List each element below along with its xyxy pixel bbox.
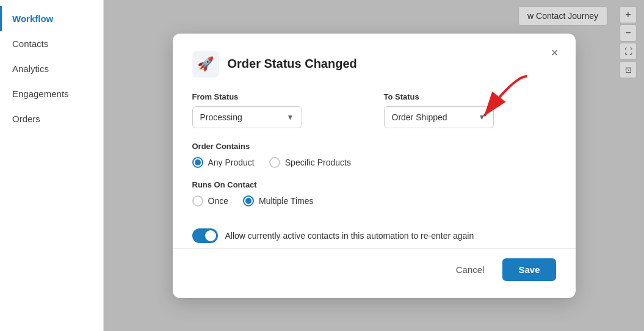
once-label: Once: [208, 196, 228, 206]
sidebar-item-engagements[interactable]: Engagements: [0, 81, 103, 106]
to-status-value: Order Shipped: [392, 112, 447, 122]
sidebar-item-workflow[interactable]: Workflow: [0, 6, 103, 31]
cancel-button[interactable]: Cancel: [445, 258, 496, 281]
sidebar-item-label: Contacts: [12, 38, 48, 49]
sidebar-item-label: Analytics: [12, 64, 49, 74]
sidebar-item-label: Orders: [12, 114, 40, 124]
modal-icon: 🚀: [192, 51, 219, 78]
specific-products-label: Specific Products: [285, 158, 351, 167]
close-button[interactable]: ×: [546, 45, 563, 62]
toggle-label: Allow currently active contacts in this …: [225, 231, 474, 241]
to-status-label: To Status: [384, 92, 556, 101]
sidebar-item-analytics[interactable]: Analytics: [0, 56, 103, 81]
main-area: w Contact Journey + − ⛶ ⊡: [104, 0, 644, 331]
multiple-times-label: Multiple Times: [259, 196, 313, 206]
runs-on-contact-radio-group: Once Multiple Times: [192, 195, 556, 206]
rocket-icon: 🚀: [197, 56, 214, 72]
multiple-times-radio[interactable]: [243, 195, 254, 206]
order-contains-radio-group: Any Product Specific Products: [192, 157, 556, 168]
status-row: From Status Processing ▼ To Status Order…: [192, 92, 556, 128]
specific-products-radio[interactable]: [269, 157, 280, 168]
sidebar: Workflow Contacts Analytics Engagements …: [0, 0, 104, 331]
sidebar-item-orders[interactable]: Orders: [0, 106, 103, 131]
from-status-value: Processing: [200, 112, 242, 122]
any-product-option[interactable]: Any Product: [192, 157, 255, 168]
from-status-select[interactable]: Processing ▼: [192, 106, 302, 128]
save-button[interactable]: Save: [502, 258, 555, 281]
order-contains-label: Order Contains: [192, 142, 556, 151]
once-radio[interactable]: [192, 195, 203, 206]
sidebar-item-label: Workflow: [12, 13, 53, 24]
specific-products-option[interactable]: Specific Products: [269, 157, 351, 168]
order-contains-section: Order Contains Any Product Specific Prod…: [192, 142, 556, 168]
toggle-row: Allow currently active contacts in this …: [192, 219, 556, 248]
modal-footer: Cancel Save: [192, 249, 556, 281]
re-enter-toggle[interactable]: [192, 228, 218, 243]
once-option[interactable]: Once: [192, 195, 228, 206]
any-product-radio[interactable]: [192, 157, 203, 168]
modal-header: 🚀 Order Status Changed: [192, 51, 556, 78]
to-status-group: To Status Order Shipped ▼: [384, 92, 556, 128]
multiple-times-option[interactable]: Multiple Times: [243, 195, 313, 206]
runs-on-contact-section: Runs On Contact Once Multiple Times: [192, 180, 556, 206]
from-status-group: From Status Processing ▼: [192, 92, 364, 128]
chevron-down-icon: ▼: [287, 113, 294, 122]
modal-title: Order Status Changed: [228, 57, 357, 71]
chevron-down-icon: ▼: [479, 113, 486, 122]
to-status-select[interactable]: Order Shipped ▼: [384, 106, 494, 128]
close-icon: ×: [551, 46, 559, 60]
modal: 🚀 Order Status Changed × From Status Pro…: [173, 34, 576, 298]
runs-on-contact-label: Runs On Contact: [192, 180, 556, 189]
sidebar-item-contacts[interactable]: Contacts: [0, 31, 103, 56]
sidebar-item-label: Engagements: [12, 89, 69, 99]
any-product-label: Any Product: [208, 158, 255, 167]
modal-overlay: 🚀 Order Status Changed × From Status Pro…: [104, 0, 644, 331]
from-status-label: From Status: [192, 92, 364, 101]
